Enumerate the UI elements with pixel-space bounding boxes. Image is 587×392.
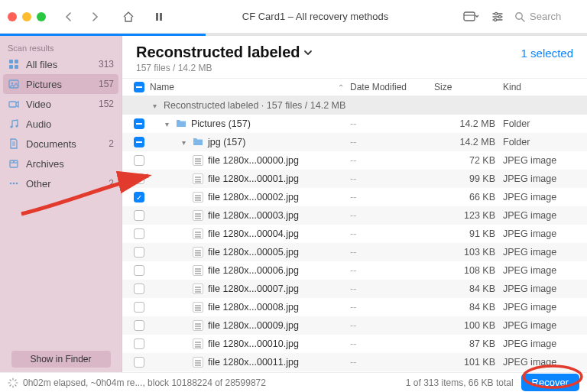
- table-row[interactable]: file 1280x...00002.jpg--66 KBJPEG image: [122, 188, 587, 206]
- sidebar-item-video[interactable]: Video152: [0, 94, 122, 114]
- row-checkbox[interactable]: [134, 283, 144, 294]
- row-checkbox[interactable]: [134, 228, 144, 239]
- sidebar-item-other[interactable]: Other2: [0, 173, 122, 193]
- sidebar-item-documents[interactable]: Documents2: [0, 134, 122, 154]
- row-checkbox[interactable]: [134, 339, 144, 349]
- camera-icon: [8, 99, 20, 109]
- search-placeholder: Search: [530, 11, 561, 22]
- sidebar-item-audio[interactable]: Audio: [0, 114, 122, 134]
- table-row[interactable]: file 1280x...00001.jpg--99 KBJPEG image: [122, 170, 587, 188]
- table-row[interactable]: file 1280x...00007.jpg--84 KBJPEG image: [122, 280, 587, 298]
- row-name: file 1280x...00008.jpg: [208, 302, 299, 313]
- table-row[interactable]: file 1280x...00008.jpg--84 KBJPEG image: [122, 298, 587, 316]
- table-header: Name ⌃ Date Modified Size Kind: [122, 78, 587, 96]
- table-row[interactable]: file 1280x...00009.jpg--100 KBJPEG image: [122, 316, 587, 335]
- filter-button[interactable]: [488, 8, 507, 26]
- table-row[interactable]: file 1280x...00006.jpg--108 KBJPEG image: [122, 261, 587, 280]
- row-name: file 1280x...00007.jpg: [208, 283, 299, 294]
- row-kind: JPEG image: [503, 339, 587, 349]
- sidebar-item-label: Pictures: [26, 79, 62, 90]
- sidebar-item-archives[interactable]: Archives: [0, 154, 122, 173]
- row-name: file 1280x...00005.jpg: [208, 247, 299, 258]
- row-checkbox[interactable]: [134, 247, 144, 258]
- row-kind: Folder: [503, 137, 587, 147]
- file-icon: [193, 339, 203, 349]
- row-kind: JPEG image: [503, 357, 587, 368]
- table-row[interactable]: file 1280x...00004.jpg--91 KBJPEG image: [122, 225, 587, 243]
- sidebar-item-label: Audio: [26, 118, 51, 130]
- column-date[interactable]: Date Modified: [350, 82, 434, 92]
- row-checkbox[interactable]: [134, 210, 144, 221]
- file-icon: [193, 265, 203, 276]
- svg-point-3: [495, 12, 497, 15]
- row-name: Pictures (157): [191, 118, 251, 129]
- column-size[interactable]: Size: [434, 82, 503, 92]
- close-window[interactable]: [8, 12, 17, 21]
- row-checkbox[interactable]: [134, 320, 144, 331]
- row-date: --: [350, 155, 434, 166]
- row-checkbox[interactable]: [134, 302, 144, 313]
- table-body: ▾Reconstructed labeled · 157 files / 14.…: [122, 96, 587, 372]
- nav-back-button[interactable]: [60, 8, 78, 26]
- row-name: file 1280x...00009.jpg: [208, 320, 299, 331]
- row-checkbox[interactable]: [134, 118, 144, 129]
- row-checkbox[interactable]: [134, 173, 144, 184]
- chevron-down-icon[interactable]: ▾: [179, 138, 188, 147]
- column-name[interactable]: Name ⌃: [150, 82, 350, 92]
- row-name: file 1280x...00011.jpg: [208, 357, 299, 368]
- zoom-window[interactable]: [37, 12, 46, 21]
- minimize-window[interactable]: [22, 12, 31, 21]
- sidebar-item-count: 313: [99, 59, 114, 70]
- svg-rect-8: [15, 60, 18, 63]
- row-size: 84 KB: [434, 302, 503, 313]
- file-icon: [193, 210, 203, 221]
- chevron-down-icon[interactable]: ▾: [150, 102, 159, 110]
- table-row[interactable]: ▾jpg (157)--14.2 MBFolder: [122, 133, 587, 151]
- row-name: file 1280x...00002.jpg: [208, 192, 299, 202]
- sidebar-item-all-files[interactable]: All files313: [0, 54, 122, 74]
- row-checkbox[interactable]: [134, 155, 144, 166]
- show-in-finder-button[interactable]: Show in Finder: [11, 351, 111, 368]
- row-size: 14.2 MB: [434, 137, 503, 147]
- row-checkbox[interactable]: [134, 192, 144, 202]
- chevron-down-icon[interactable]: ▾: [162, 120, 171, 128]
- row-kind: JPEG image: [503, 155, 587, 166]
- file-icon: [193, 192, 203, 202]
- table-row[interactable]: file 1280x...00005.jpg--103 KBJPEG image: [122, 243, 587, 261]
- section-title[interactable]: Reconstructed labeled: [136, 44, 521, 61]
- table-row[interactable]: file 1280x...00012.jpg--102 KBJPEG image: [122, 371, 587, 372]
- row-checkbox[interactable]: [134, 137, 144, 147]
- folder-icon: [176, 118, 186, 130]
- table-row[interactable]: file 1280x...00010.jpg--87 KBJPEG image: [122, 335, 587, 353]
- nav-forward-button[interactable]: [86, 8, 104, 26]
- row-checkbox[interactable]: [134, 265, 144, 276]
- row-date: --: [350, 192, 434, 202]
- svg-point-14: [10, 125, 12, 128]
- selection-count[interactable]: 1 selected: [521, 44, 573, 60]
- view-mode-button[interactable]: [462, 8, 481, 26]
- sidebar-item-pictures[interactable]: Pictures157: [3, 74, 118, 94]
- recover-button[interactable]: Recover: [521, 374, 579, 391]
- svg-rect-1: [160, 13, 162, 21]
- music-icon: [8, 118, 20, 129]
- table-row[interactable]: ▾Reconstructed labeled · 157 files / 14.…: [122, 96, 587, 115]
- table-row[interactable]: ▾Pictures (157)--14.2 MBFolder: [122, 115, 587, 133]
- row-size: 101 KB: [434, 357, 503, 368]
- svg-rect-9: [9, 65, 13, 69]
- column-kind[interactable]: Kind: [503, 82, 587, 92]
- row-size: 108 KB: [434, 265, 503, 276]
- row-checkbox[interactable]: [134, 357, 144, 368]
- table-row[interactable]: file 1280x...00003.jpg--123 KBJPEG image: [122, 206, 587, 225]
- search-field[interactable]: Search: [514, 11, 579, 22]
- chevron-down-icon: [303, 48, 313, 57]
- table-row[interactable]: file 1280x...00011.jpg--101 KBJPEG image: [122, 353, 587, 371]
- pause-button[interactable]: [150, 8, 168, 26]
- search-icon: [514, 11, 525, 22]
- file-icon: [193, 228, 203, 239]
- home-button[interactable]: [119, 8, 138, 26]
- sidebar: Scan results All files313Pictures157Vide…: [0, 36, 122, 372]
- row-date: --: [350, 210, 434, 221]
- header-checkbox[interactable]: [134, 82, 144, 92]
- table-row[interactable]: file 1280x...00000.jpg--72 KBJPEG image: [122, 151, 587, 170]
- window-title: CF Card1 – All recovery methods: [176, 11, 455, 22]
